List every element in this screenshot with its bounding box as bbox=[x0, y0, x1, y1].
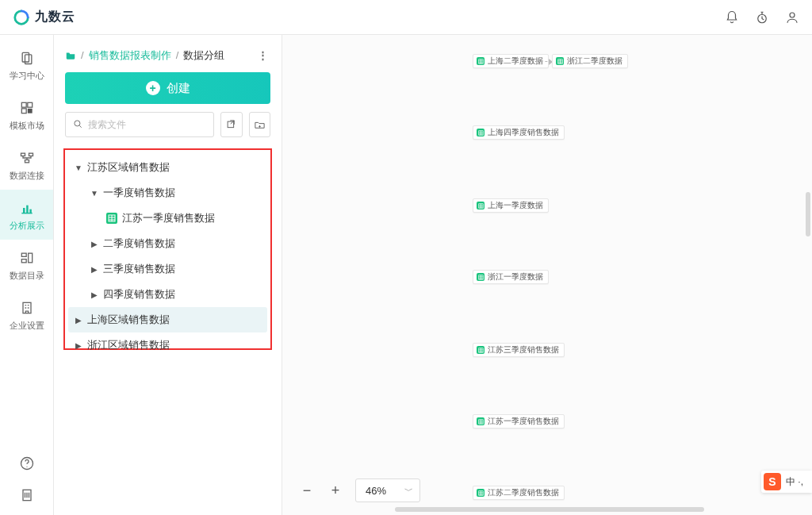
catalog-icon bbox=[18, 249, 36, 267]
vertical-scrollbar[interactable] bbox=[806, 192, 810, 236]
canvas-node[interactable]: 江苏三季度销售数据 bbox=[473, 343, 565, 357]
search-input[interactable] bbox=[88, 119, 207, 130]
create-button[interactable]: + 创建 bbox=[65, 72, 270, 104]
canvas-node[interactable]: 上海一季度数据 bbox=[473, 198, 549, 213]
stopwatch-icon[interactable] bbox=[755, 10, 769, 25]
breadcrumb: / 销售数据报表制作 / 数据分组 bbox=[65, 48, 224, 63]
rail-bottom bbox=[18, 455, 36, 515]
tree-label: 一季度销售数据 bbox=[103, 186, 175, 200]
tree-label: 三季度销售数据 bbox=[103, 262, 175, 276]
rail-item-catalog[interactable]: 数据目录 bbox=[0, 240, 53, 290]
svg-point-21 bbox=[75, 120, 80, 125]
table-icon bbox=[477, 417, 485, 425]
side-panel: / 销售数据报表制作 / 数据分组 ⋮ + 创建 bbox=[54, 35, 282, 515]
tree-node-q4[interactable]: ▶ 四季度销售数据 bbox=[68, 282, 267, 307]
ime-indicator[interactable]: S 中 ·, bbox=[761, 471, 812, 493]
table-icon bbox=[477, 129, 485, 136]
svg-rect-15 bbox=[21, 259, 26, 263]
zoom-out-button[interactable]: − bbox=[298, 482, 316, 499]
table-icon bbox=[106, 213, 117, 224]
node-label: 上海二季度数据 bbox=[488, 56, 543, 67]
building-icon bbox=[18, 299, 36, 317]
zoom-in-button[interactable]: + bbox=[327, 482, 344, 499]
svg-rect-2 bbox=[22, 52, 29, 62]
tree-node-zhejiang[interactable]: ▶ 浙江区域销售数据 bbox=[68, 332, 267, 358]
tree-node-q1[interactable]: ▼ 一季度销售数据 bbox=[68, 180, 267, 206]
svg-rect-6 bbox=[21, 109, 26, 113]
connection-icon bbox=[18, 149, 36, 167]
node-label: 上海四季度销售数据 bbox=[488, 127, 559, 138]
tree-label: 江苏一季度销售数据 bbox=[122, 211, 215, 225]
rail-label: 分析展示 bbox=[10, 220, 44, 232]
node-label: 江苏三季度销售数据 bbox=[488, 344, 559, 356]
open-external-button[interactable] bbox=[220, 112, 243, 137]
book-icon bbox=[18, 49, 36, 67]
panel-header: / 销售数据报表制作 / 数据分组 ⋮ bbox=[54, 35, 282, 72]
caret-right-icon: ▶ bbox=[90, 290, 98, 299]
table-icon bbox=[556, 57, 564, 65]
brand-logo[interactable]: 九数云 bbox=[13, 9, 75, 26]
trash-icon[interactable] bbox=[18, 486, 36, 504]
tree-node-q2[interactable]: ▶ 二季度销售数据 bbox=[68, 231, 267, 256]
node-label: 江苏二季度销售数据 bbox=[488, 487, 559, 498]
svg-point-19 bbox=[26, 467, 27, 467]
search-box[interactable] bbox=[65, 112, 214, 137]
rail-item-analysis[interactable]: 分析展示 bbox=[0, 190, 53, 240]
tree-node-q3[interactable]: ▶ 三季度销售数据 bbox=[68, 256, 267, 282]
rail-item-learn[interactable]: 学习中心 bbox=[0, 40, 53, 90]
svg-rect-3 bbox=[25, 55, 31, 64]
plus-icon: + bbox=[146, 81, 160, 95]
rail-item-connect[interactable]: 数据连接 bbox=[0, 140, 53, 190]
caret-right-icon: ▶ bbox=[75, 316, 82, 325]
tree-node-jiangsu[interactable]: ▼ 江苏区域销售数据 bbox=[68, 155, 267, 180]
tree-leaf-js-q1[interactable]: 江苏一季度销售数据 bbox=[68, 206, 267, 231]
node-label: 浙江一季度数据 bbox=[488, 271, 543, 282]
zoom-value: 46% bbox=[366, 485, 386, 497]
caret-right-icon: ▶ bbox=[75, 341, 82, 350]
node-label: 上海一季度数据 bbox=[488, 200, 543, 211]
tree-node-shanghai[interactable]: ▶ 上海区域销售数据 bbox=[68, 307, 267, 332]
caret-down-icon: ▼ bbox=[90, 189, 98, 198]
more-icon[interactable]: ⋮ bbox=[256, 46, 270, 64]
rail-item-market[interactable]: 模板市场 bbox=[0, 90, 53, 140]
rail-label: 企业设置 bbox=[10, 320, 44, 332]
caret-down-icon: ▼ bbox=[75, 163, 82, 172]
breadcrumb-link[interactable]: 销售数据报表制作 bbox=[89, 48, 171, 63]
folder-icon[interactable] bbox=[65, 50, 76, 61]
canvas-node[interactable]: 浙江二季度数据 bbox=[552, 54, 628, 68]
folder-tree-highlight: ▼ 江苏区域销售数据 ▼ 一季度销售数据 江苏一季度销售数据 ▶ 二季度销售数据 bbox=[63, 148, 272, 350]
table-icon bbox=[477, 57, 485, 65]
tree-label: 江苏区域销售数据 bbox=[87, 160, 170, 175]
caret-right-icon: ▶ bbox=[90, 265, 98, 274]
bell-icon[interactable] bbox=[725, 10, 739, 25]
flow-canvas[interactable]: 上海二季度数据 浙江二季度数据 上海四季度销售数据 上海一季度数据 浙江一季度数… bbox=[282, 35, 812, 515]
rail-label: 数据连接 bbox=[10, 170, 44, 182]
folder-tree: ▼ 江苏区域销售数据 ▼ 一季度销售数据 江苏一季度销售数据 ▶ 二季度销售数据 bbox=[68, 155, 267, 358]
table-icon bbox=[477, 489, 485, 497]
svg-rect-16 bbox=[28, 253, 32, 263]
new-folder-button[interactable] bbox=[249, 112, 271, 137]
tree-label: 四季度销售数据 bbox=[103, 287, 175, 302]
canvas-node[interactable]: 江苏二季度销售数据 bbox=[473, 486, 565, 500]
ime-logo-icon: S bbox=[764, 473, 781, 490]
canvas-edge bbox=[536, 61, 552, 62]
caret-right-icon: ▶ bbox=[90, 240, 98, 248]
horizontal-scrollbar[interactable] bbox=[395, 507, 704, 512]
zoom-select[interactable]: 46% ﹀ bbox=[355, 478, 420, 502]
templates-icon bbox=[18, 99, 36, 117]
top-bar: 九数云 bbox=[0, 0, 812, 35]
canvas-node[interactable]: 上海四季度销售数据 bbox=[473, 125, 565, 140]
svg-rect-4 bbox=[21, 102, 26, 107]
rail-label: 学习中心 bbox=[10, 70, 44, 82]
svg-rect-7 bbox=[27, 109, 32, 113]
brand-name: 九数云 bbox=[35, 9, 75, 25]
svg-point-1 bbox=[790, 13, 795, 17]
canvas-node[interactable]: 浙江一季度数据 bbox=[473, 270, 549, 284]
rail-item-settings[interactable]: 企业设置 bbox=[0, 290, 53, 340]
user-icon[interactable] bbox=[785, 10, 799, 25]
svg-rect-8 bbox=[21, 153, 25, 156]
canvas-node[interactable]: 江苏一季度销售数据 bbox=[473, 414, 565, 429]
help-icon[interactable] bbox=[18, 455, 36, 472]
brand-logo-icon bbox=[13, 9, 30, 26]
left-rail: 学习中心 模板市场 数据连接 分析展示 数据目录 bbox=[0, 35, 54, 515]
